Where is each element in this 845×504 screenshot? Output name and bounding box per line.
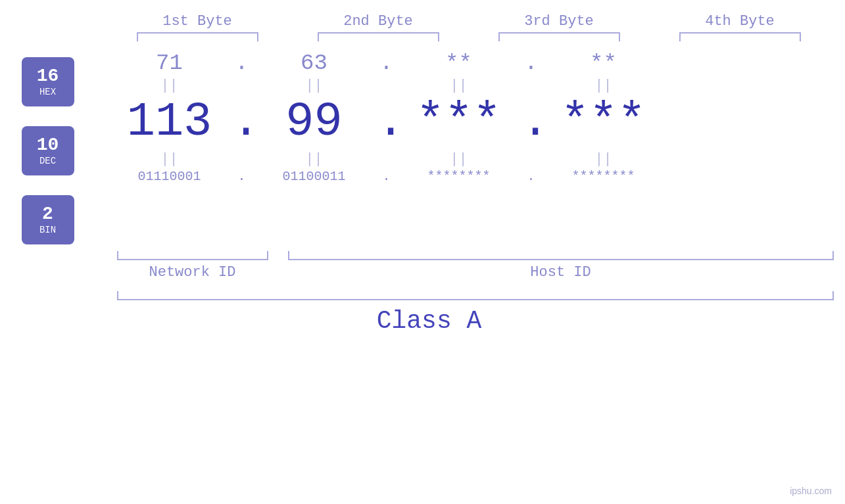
host-id-label: Host ID	[288, 264, 834, 281]
equals-row2: || || || ||	[107, 149, 837, 169]
hex-badge-number: 16	[37, 66, 59, 87]
bin-dot1: .	[232, 169, 252, 184]
class-label: Class A	[22, 307, 837, 335]
watermark: ipshu.com	[790, 486, 832, 496]
dec-badge: 10 DEC	[22, 126, 74, 175]
bracket-byte3	[498, 32, 620, 41]
eq2-byte3: ||	[397, 151, 521, 168]
bracket-byte4	[679, 32, 801, 41]
eq2-byte4: ||	[541, 151, 666, 168]
hex-row: 71 . 63 . ** . **	[107, 51, 837, 76]
bottom-labels: Network ID Host ID	[117, 264, 834, 281]
dec-badge-number: 10	[37, 135, 59, 156]
dec-dot3: .	[521, 95, 541, 149]
hex-dot1: .	[232, 51, 252, 76]
class-bracket	[117, 291, 834, 300]
bin-row: 01110001 . 01100011 . ******** . *******…	[107, 169, 837, 184]
hex-byte2: 63	[252, 51, 377, 76]
eq1-byte3: ||	[397, 78, 521, 94]
dec-byte2: 99	[252, 95, 377, 149]
main-container: 1st Byte 2nd Byte 3rd Byte 4th Byte 16 H…	[0, 0, 845, 504]
byte4-header: 4th Byte	[667, 13, 812, 30]
eq1-byte4: ||	[541, 78, 666, 94]
top-bracket-row	[107, 32, 831, 41]
ip-display: 71 . 63 . ** . ** || || || || 113	[107, 51, 837, 184]
byte-headers: 1st Byte 2nd Byte 3rd Byte 4th Byte	[107, 13, 831, 30]
dec-row: 113 . 99 . *** . ***	[107, 95, 837, 149]
network-id-label: Network ID	[117, 264, 268, 281]
bracket-byte2	[318, 32, 439, 41]
byte3-header: 3rd Byte	[487, 13, 631, 30]
byte1-header: 1st Byte	[125, 13, 270, 30]
bin-badge: 2 BIN	[22, 195, 74, 244]
hex-byte4: **	[541, 51, 666, 76]
byte2-header: 2nd Byte	[306, 13, 450, 30]
hex-badge-label: HEX	[39, 87, 56, 97]
bin-byte4: ********	[541, 169, 666, 184]
dec-byte4: ***	[541, 95, 666, 149]
host-bracket	[288, 251, 834, 260]
eq1-byte1: ||	[107, 78, 232, 94]
hex-dot2: .	[377, 51, 397, 76]
hex-dot3: .	[521, 51, 541, 76]
hex-badge: 16 HEX	[22, 57, 74, 106]
bin-badge-label: BIN	[39, 225, 56, 235]
bin-byte2: 01100011	[252, 169, 377, 184]
hex-byte1: 71	[107, 51, 232, 76]
bottom-brackets	[117, 251, 834, 260]
base-badges: 16 HEX 10 DEC 2 BIN	[22, 57, 74, 244]
class-section: Class A	[22, 291, 837, 335]
network-bracket	[117, 251, 268, 260]
bin-dot2: .	[377, 169, 397, 184]
bin-dot3: .	[521, 169, 541, 184]
bin-byte3: ********	[397, 169, 521, 184]
equals-row1: || || || ||	[107, 76, 837, 95]
dec-byte3: ***	[397, 95, 521, 149]
bin-byte1: 01110001	[107, 169, 232, 184]
label-gap	[268, 264, 288, 281]
dec-byte1: 113	[107, 95, 232, 149]
bottom-bracket-section: Network ID Host ID	[22, 251, 837, 281]
dec-badge-label: DEC	[39, 156, 56, 166]
bin-badge-number: 2	[42, 204, 53, 225]
hex-byte3: **	[397, 51, 521, 76]
dec-dot2: .	[377, 95, 397, 149]
eq2-byte1: ||	[107, 151, 232, 168]
dec-dot1: .	[232, 95, 252, 149]
bracket-byte1	[137, 32, 258, 41]
eq1-byte2: ||	[252, 78, 377, 94]
eq2-byte2: ||	[252, 151, 377, 168]
bracket-gap	[268, 251, 288, 260]
